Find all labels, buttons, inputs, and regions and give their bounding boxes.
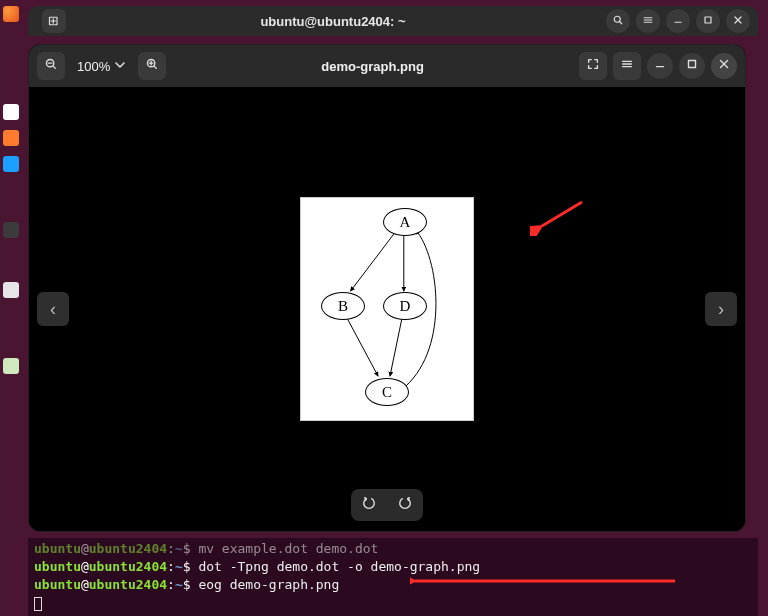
zoom-out-icon — [44, 57, 58, 75]
graph-node-b: B — [321, 292, 365, 320]
close-icon — [717, 57, 731, 75]
hamburger-icon — [642, 14, 654, 28]
viewer-close-button[interactable] — [711, 53, 737, 79]
zoom-out-button[interactable] — [37, 52, 65, 80]
zoom-level[interactable]: 100% — [71, 59, 132, 74]
hamburger-icon — [620, 57, 634, 75]
dock-app-1[interactable] — [3, 104, 19, 120]
next-image-button[interactable]: › — [705, 292, 737, 326]
svg-line-4 — [620, 22, 622, 24]
prev-image-button[interactable]: ‹ — [37, 292, 69, 326]
maximize-icon — [685, 57, 699, 75]
svg-line-28 — [347, 319, 378, 376]
terminal-titlebar: ubuntu@ubuntu2404: ~ — [28, 6, 758, 36]
dock-app-5[interactable] — [3, 282, 19, 298]
maximize-icon — [702, 14, 714, 28]
rotate-right-button[interactable] — [392, 492, 418, 518]
svg-line-26 — [350, 234, 393, 291]
dock-app-6[interactable] — [3, 358, 19, 374]
image-viewer-window: 100% demo-graph.png ‹ › — [28, 44, 746, 532]
terminal-line-1: ubuntu@ubuntu2404:~$ dot -Tpng demo.dot … — [34, 558, 752, 576]
svg-rect-23 — [689, 61, 696, 68]
terminal-output[interactable]: ubuntu@ubuntu2404:~$ mv example.dot demo… — [28, 538, 758, 616]
dock — [0, 0, 22, 616]
terminal-cursor-line — [34, 594, 752, 612]
terminal-title: ubuntu@ubuntu2404: ~ — [66, 14, 600, 29]
dock-firefox[interactable] — [3, 6, 19, 22]
terminal-search-button[interactable] — [606, 9, 630, 33]
rotate-left-icon — [362, 496, 376, 514]
graph-node-d: D — [383, 292, 427, 320]
terminal-menu-button[interactable] — [636, 9, 660, 33]
svg-line-16 — [154, 66, 156, 68]
zoom-value: 100% — [77, 59, 110, 74]
graph-node-a: A — [383, 208, 427, 236]
terminal-close-button[interactable] — [726, 9, 750, 33]
chevron-left-icon: ‹ — [50, 299, 56, 320]
search-icon — [612, 14, 624, 28]
chevron-right-icon: › — [718, 299, 724, 320]
terminal-line-2: ubuntu@ubuntu2404:~$ eog demo-graph.png — [34, 576, 752, 594]
rotation-toolbar — [351, 489, 423, 521]
graph-node-c: C — [365, 378, 409, 406]
fullscreen-icon — [586, 57, 600, 75]
dock-app-4[interactable] — [3, 222, 19, 238]
terminal-minimize-button[interactable] — [666, 9, 690, 33]
fullscreen-button[interactable] — [579, 52, 607, 80]
viewer-menu-button[interactable] — [613, 52, 641, 80]
minimize-icon — [672, 14, 684, 28]
zoom-in-icon — [145, 57, 159, 75]
terminal-cursor — [34, 597, 42, 611]
rotate-left-button[interactable] — [356, 492, 382, 518]
viewer-headerbar: 100% demo-graph.png — [29, 45, 745, 87]
dock-app-3[interactable] — [3, 156, 19, 172]
viewer-canvas-area: ‹ › A B D — [29, 87, 745, 531]
terminal-maximize-button[interactable] — [696, 9, 720, 33]
displayed-image: A B D C — [300, 197, 474, 421]
minimize-icon — [653, 57, 667, 75]
dock-app-2[interactable] — [3, 130, 19, 146]
new-tab-button[interactable] — [42, 9, 66, 33]
viewer-title: demo-graph.png — [172, 59, 573, 74]
zoom-in-button[interactable] — [138, 52, 166, 80]
svg-line-13 — [53, 66, 55, 68]
viewer-maximize-button[interactable] — [679, 53, 705, 79]
viewer-minimize-button[interactable] — [647, 53, 673, 79]
svg-line-29 — [390, 319, 402, 376]
chevron-down-icon — [114, 59, 126, 74]
svg-rect-9 — [705, 17, 711, 23]
rotate-right-icon — [398, 496, 412, 514]
close-icon — [732, 14, 744, 28]
terminal-line-0: ubuntu@ubuntu2404:~$ mv example.dot demo… — [34, 540, 752, 558]
